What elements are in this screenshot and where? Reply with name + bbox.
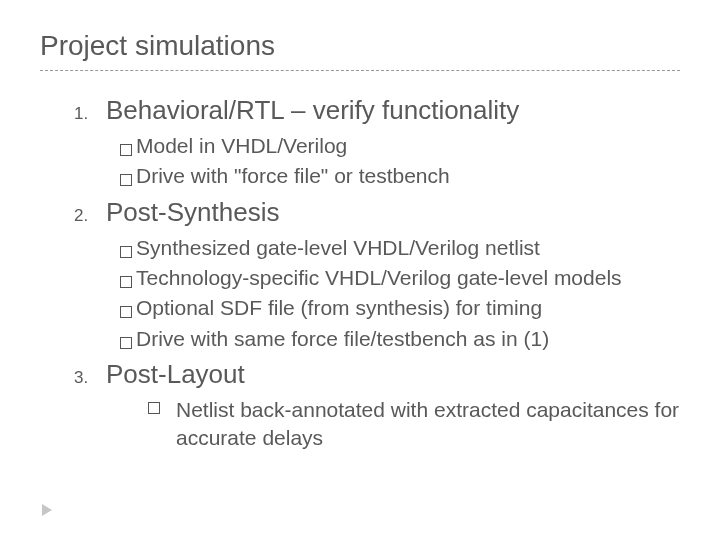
list-item-3: 3. Post-Layout Netlist back-annotated wi…: [40, 359, 680, 453]
sub-item: Model in VHDL/Verilog: [120, 132, 680, 160]
checkbox-icon: [120, 144, 132, 156]
item-number: 3.: [74, 368, 106, 388]
list-item-1: 1. Behavioral/RTL – verify functionality…: [40, 95, 680, 191]
sub-item: Technology-specific VHDL/Verilog gate-le…: [120, 264, 680, 292]
list-item-2: 2. Post-Synthesis Synthesized gate-level…: [40, 197, 680, 353]
sub-text: Synthesized gate-level VHDL/Verilog netl…: [136, 234, 540, 262]
item-number: 1.: [74, 104, 106, 124]
checkbox-icon: [120, 174, 132, 186]
checkbox-icon: [120, 246, 132, 258]
checkbox-icon: [120, 276, 132, 288]
sub-item: Synthesized gate-level VHDL/Verilog netl…: [120, 234, 680, 262]
item-row: 1. Behavioral/RTL – verify functionality: [74, 95, 680, 126]
slide-title: Project simulations: [40, 30, 680, 62]
sub-text: Technology-specific VHDL/Verilog gate-le…: [136, 264, 622, 292]
slide-marker-icon: [42, 504, 52, 516]
sub-item-indented: Netlist back-annotated with extracted ca…: [148, 396, 680, 453]
sub-text: Drive with "force file" or testbench: [136, 162, 450, 190]
sub-text: Netlist back-annotated with extracted ca…: [176, 396, 680, 453]
item-row: 3. Post-Layout: [74, 359, 680, 390]
checkbox-icon: [120, 306, 132, 318]
sub-text: Drive with same force file/testbench as …: [136, 325, 549, 353]
item-row: 2. Post-Synthesis: [74, 197, 680, 228]
sub-text: Model in VHDL/Verilog: [136, 132, 347, 160]
item-heading: Post-Layout: [106, 359, 245, 390]
sub-item: Drive with "force file" or testbench: [120, 162, 680, 190]
title-divider: [40, 70, 680, 71]
checkbox-icon: [120, 337, 132, 349]
item-heading: Behavioral/RTL – verify functionality: [106, 95, 519, 126]
sub-text: Optional SDF file (from synthesis) for t…: [136, 294, 542, 322]
sub-item: Optional SDF file (from synthesis) for t…: [120, 294, 680, 322]
item-number: 2.: [74, 206, 106, 226]
item-heading: Post-Synthesis: [106, 197, 279, 228]
sub-item: Drive with same force file/testbench as …: [120, 325, 680, 353]
checkbox-icon: [148, 402, 160, 414]
